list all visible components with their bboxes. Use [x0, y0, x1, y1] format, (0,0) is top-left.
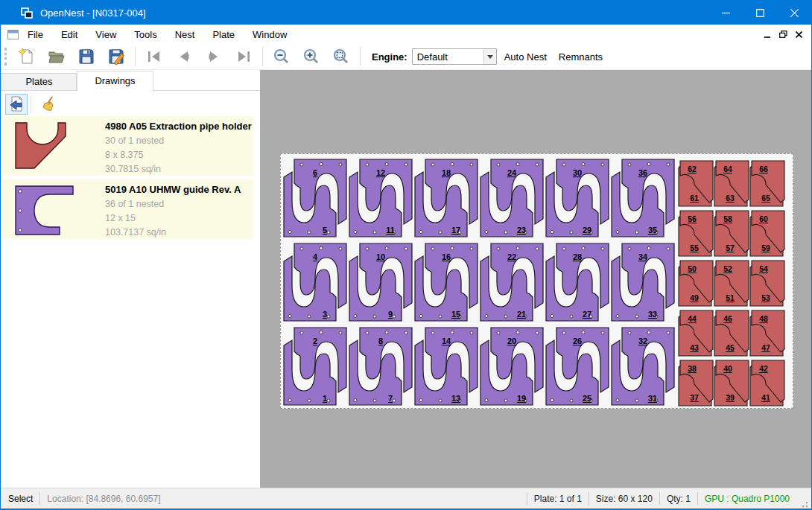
red-tile[interactable]: 5453	[750, 261, 784, 306]
menu-plate[interactable]: Plate	[203, 26, 244, 43]
zoom-in-button[interactable]	[296, 45, 326, 68]
part-number: 11	[386, 226, 395, 235]
drawing-list-item-2[interactable]: 5019 A10 UHMW guide Rev. A 36 of 1 neste…	[2, 179, 253, 239]
go-next-icon	[205, 48, 223, 66]
red-tile[interactable]: 3837	[679, 360, 713, 406]
go-next-button[interactable]	[199, 45, 229, 68]
import-drawing-button[interactable]	[5, 94, 28, 115]
menu-window[interactable]: Window	[244, 26, 296, 43]
purple-tile[interactable]: 65	[284, 159, 346, 237]
nest-canvas[interactable]: 6512111817242330293635431091615222128273…	[260, 70, 811, 488]
part-number: 51	[726, 293, 735, 302]
clear-drawings-button[interactable]	[39, 94, 61, 115]
part-number: 18	[442, 168, 451, 177]
red-tile[interactable]: 6463	[714, 161, 749, 206]
go-previous-button[interactable]	[169, 45, 199, 68]
sidebar: Plates Drawings	[1, 70, 260, 488]
minimize-button[interactable]	[708, 1, 743, 25]
combo-dropdown-button[interactable]	[483, 49, 496, 64]
drawing-size: 12 x 15	[105, 211, 241, 226]
menu-tools[interactable]: Tools	[125, 26, 165, 43]
go-last-button[interactable]	[229, 45, 258, 68]
menu-edit[interactable]: Edit	[52, 26, 86, 43]
open-button[interactable]	[42, 45, 72, 68]
purple-tile[interactable]: 2019	[480, 328, 543, 405]
go-first-icon	[145, 48, 163, 66]
drawing-title: 4980 A05 Extraction pipe holder	[105, 121, 252, 132]
purple-tile[interactable]: 1413	[415, 328, 478, 405]
menu-nest[interactable]: Nest	[166, 26, 204, 43]
purple-tile[interactable]: 2827	[546, 243, 609, 321]
part-number: 49	[690, 293, 699, 302]
red-tile[interactable]: 5655	[679, 211, 713, 256]
purple-tile[interactable]: 1211	[349, 159, 412, 237]
red-tile[interactable]: 5251	[714, 261, 749, 306]
purple-tile[interactable]: 87	[349, 328, 412, 405]
gpu-indicator: GPU : Quadro P1000	[705, 494, 790, 504]
mdi-minimize-button[interactable]	[760, 28, 775, 41]
save-icon	[77, 48, 95, 66]
red-tile[interactable]: 6059	[750, 211, 784, 256]
plate[interactable]: 6512111817242330293635431091615222128273…	[280, 153, 793, 409]
resize-grip[interactable]	[800, 500, 809, 509]
red-tile[interactable]: 5857	[714, 211, 749, 256]
save-button[interactable]	[72, 45, 101, 68]
drawing-thumb-red	[14, 121, 68, 170]
purple-tile[interactable]: 2221	[480, 243, 543, 321]
part-number: 53	[761, 293, 770, 302]
purple-part-shape	[16, 186, 73, 235]
menu-file[interactable]: File	[19, 26, 52, 43]
zoom-fit-button[interactable]	[326, 45, 356, 68]
purple-tile[interactable]: 3029	[546, 159, 609, 237]
new-button[interactable]	[12, 45, 42, 68]
go-previous-icon	[175, 48, 193, 66]
maximize-button[interactable]	[743, 1, 777, 25]
drawing-list-item-1[interactable]: 4980 A05 Extraction pipe holder 30 of 1 …	[2, 116, 253, 176]
purple-tile[interactable]: 3231	[612, 328, 674, 405]
purple-tile[interactable]: 1817	[415, 159, 478, 237]
toolbar-grip[interactable]	[4, 48, 7, 66]
mdi-close-button[interactable]	[791, 28, 807, 41]
red-tile[interactable]: 5049	[679, 261, 713, 306]
go-first-button[interactable]	[139, 45, 169, 68]
red-tile[interactable]: 6665	[750, 161, 784, 206]
maximize-icon	[756, 9, 764, 17]
part-number: 2	[313, 337, 317, 345]
close-button[interactable]	[777, 1, 811, 25]
save-as-button[interactable]	[101, 45, 131, 68]
purple-tile[interactable]: 3635	[612, 159, 674, 237]
tab-plates[interactable]: Plates	[1, 73, 77, 90]
purple-tile[interactable]: 3433	[612, 243, 674, 321]
engine-select[interactable]: Default	[412, 48, 497, 65]
purple-tile[interactable]: 1615	[415, 243, 478, 321]
red-tile[interactable]: 4645	[714, 310, 749, 356]
part-number: 44	[688, 314, 697, 323]
toolbar-separator	[262, 47, 263, 66]
remnants-button[interactable]: Remnants	[554, 48, 607, 66]
app-window: OpenNest - [N0317-004] File Edit View To…	[0, 0, 812, 510]
purple-tile[interactable]: 43	[284, 243, 346, 321]
red-tile[interactable]: 6261	[679, 161, 713, 206]
status-separator	[589, 492, 589, 505]
purple-tile[interactable]: 109	[349, 243, 412, 321]
red-tile[interactable]: 4039	[714, 360, 749, 406]
red-tile[interactable]: 4847	[750, 310, 784, 356]
auto-nest-button[interactable]: Auto Nest	[500, 48, 551, 66]
mdi-restore-button[interactable]	[775, 28, 791, 41]
tab-drawings[interactable]: Drawings	[77, 71, 153, 92]
part-number: 38	[688, 364, 697, 373]
zoom-fit-icon	[332, 48, 350, 66]
part-number: 26	[573, 337, 582, 345]
purple-tile[interactable]: 2625	[546, 328, 609, 405]
red-tile[interactable]: 4443	[679, 310, 713, 356]
drawing-nested: 30 of 1 nested	[105, 134, 252, 148]
red-tile[interactable]: 4241	[750, 360, 784, 406]
drawings-toolbar	[1, 92, 260, 116]
menu-view[interactable]: View	[86, 26, 125, 43]
purple-tile[interactable]: 21	[284, 328, 346, 405]
purple-tile[interactable]: 2423	[480, 159, 543, 237]
part-number: 34	[638, 252, 648, 261]
zoom-out-button[interactable]	[267, 45, 296, 68]
part-number: 47	[761, 343, 770, 352]
mdi-minimize-icon	[764, 31, 771, 38]
